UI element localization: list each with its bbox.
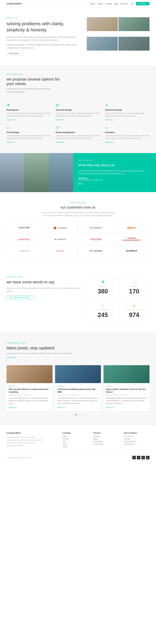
footer-col-services: Services Branding Digital World Media Pr… xyxy=(93,432,119,448)
service-link-technical[interactable]: Read more → xyxy=(56,119,66,121)
about-para1: Maecenas tum 2013. After years in the we… xyxy=(6,36,82,42)
about-heading: solving problems with clarity, simplicit… xyxy=(6,21,82,33)
blog-link-1[interactable]: Read more → xyxy=(9,407,19,408)
nav-pages[interactable]: Pages xyxy=(98,3,103,5)
dot-2[interactable] xyxy=(80,183,81,184)
stats-label: OUR SERVICES xyxy=(6,276,81,278)
nav-links: Home Pages Portfolio Blog Elements 🔍 CON… xyxy=(91,2,150,5)
team-photo-1 xyxy=(0,153,24,192)
blog-section: CORPORATE BLOG latest posts; stay update… xyxy=(0,332,156,425)
customer-logos-grid: PLAYiNG 🍓 Strawberry ✿ Stylepack BigFire… xyxy=(6,222,150,256)
footer-link-branding[interactable]: Branding xyxy=(93,436,119,437)
service-link-animation[interactable]: Read more → xyxy=(105,141,115,143)
footer-col-company: Company About Portfolio Jobs Blog Stream xyxy=(63,432,88,448)
read-more-button[interactable]: READ MORE → xyxy=(6,52,23,56)
service-link-project[interactable]: Read More → xyxy=(56,141,66,143)
blog-dot-1[interactable] xyxy=(75,414,76,416)
visit-blog-link[interactable]: Visit our blog → xyxy=(6,356,18,358)
about-section: ABOUT US solving problems with clarity, … xyxy=(0,8,156,66)
footer-link-stream[interactable]: Stream xyxy=(63,446,88,448)
footer-link-tech-notices[interactable]: Technical Notices xyxy=(124,441,150,442)
blog-desc: Lorem ipsum dolor sit amet, consectetur … xyxy=(6,352,150,355)
dot-1[interactable] xyxy=(78,183,79,184)
logo-nummer[interactable]: NUMMER xyxy=(114,245,150,256)
stat-lines-of-code: ≡ LINES OF CODES 974 xyxy=(119,300,150,322)
service-desc-visual: Lorem ipsum dolor sit amet, consectetur … xyxy=(6,134,51,140)
blog-pagination-dots xyxy=(6,414,150,416)
footer-link-portfolio[interactable]: Portfolio xyxy=(63,438,88,440)
team-photo-3 xyxy=(49,153,73,192)
blog-cards: DESIGN Rise out pick Hauus for creative … xyxy=(6,365,150,411)
logo-bigfire[interactable]: BigFire xyxy=(114,222,150,234)
logo-playing[interactable]: PLAYiNG xyxy=(6,222,42,234)
footer-col-services-title: Services xyxy=(93,432,119,434)
footer-link-jobs[interactable]: Jobs xyxy=(63,441,88,442)
customers-label: CUSTOMERS xyxy=(90,309,115,311)
service-desc-technical: Lorem ipsum dolor sit amet, consectetur … xyxy=(56,112,100,117)
service-card-project: ⏱ Project Management Lorem ipsum dolor s… xyxy=(56,126,100,143)
about-img-4 xyxy=(119,37,150,50)
service-link-interaction[interactable]: Read more → xyxy=(105,119,115,121)
logo-knockknock[interactable]: Knock Knock xyxy=(6,245,42,256)
nav-home[interactable]: Home xyxy=(91,3,95,5)
blog-dot-2[interactable] xyxy=(77,414,79,416)
logo-strawberry[interactable]: 🍓 Strawberry xyxy=(42,222,78,234)
search-icon[interactable]: 🔍 xyxy=(131,2,134,5)
social-twitter[interactable]: t xyxy=(137,456,140,459)
service-card-technical: ⚙ Technical Design Lorem ipsum dolor sit… xyxy=(56,103,100,121)
footer-link-blog[interactable]: Blog xyxy=(63,443,88,445)
logo-automaker[interactable]: AutoMaker xyxy=(42,245,78,256)
service-card-interaction: ✦ Interaction Design Lorem ipsum dolor s… xyxy=(105,103,150,121)
logo-geometric[interactable]: ⊕ Geometric xyxy=(42,234,78,245)
visual-icon: ◇ xyxy=(6,126,51,130)
testimonials-section: TESTIMONIALS what they say about us Lore… xyxy=(0,153,156,192)
blog-link-3[interactable]: Read more → xyxy=(106,407,116,408)
about-img-2 xyxy=(119,17,150,31)
services-intro-desc: Lorem dolor sit amet, consectetur adipis… xyxy=(6,87,55,93)
nav-portfolio[interactable]: Portfolio xyxy=(106,3,112,5)
footer-link-tutorials[interactable]: Tutorials xyxy=(124,438,150,440)
get-corporate-button[interactable]: GET CORPORATE LOREM → xyxy=(6,296,34,300)
footer-link-privacy[interactable]: Privacy Policy xyxy=(93,443,119,445)
logo-shapes[interactable]: SHAPES xyxy=(6,234,42,245)
blog-card-1: DESIGN Rise out pick Hauus for creative … xyxy=(6,365,52,411)
footer-top: CURSORNT Lorem ipsum dolor sit amet, con… xyxy=(6,432,150,448)
blog-title-2: Actionem consolidates global media with … xyxy=(57,388,99,394)
service-link-visual[interactable]: Read more → xyxy=(6,141,16,143)
logo-cursora[interactable]: CURSORACORPORATE IDENTITY xyxy=(114,234,150,245)
logo-poster[interactable]: POSTER xyxy=(78,234,114,245)
projects-icon: ⚗ xyxy=(90,280,115,285)
social-google-plus[interactable]: g+ xyxy=(146,456,150,459)
footer: CURSORNT Lorem ipsum dolor sit amet, con… xyxy=(0,425,156,463)
logo-stylepack[interactable]: ✿ Stylepack xyxy=(78,222,114,234)
blog-card-img-1 xyxy=(6,365,52,383)
nav-blog[interactable]: Blog xyxy=(115,3,118,5)
awards-value: 170 xyxy=(122,288,147,295)
footer-link-api[interactable]: API Reference xyxy=(124,443,150,445)
footer-col-support: Help & Support User Guides Tutorials Tec… xyxy=(124,432,150,448)
logo-nyhouse[interactable]: NY HOUSE xyxy=(78,245,114,256)
nav-elements[interactable]: Elements xyxy=(121,3,128,5)
blog-meta-1: September 5 2017 · 5 comments xyxy=(9,394,50,396)
dot-3[interactable] xyxy=(82,183,84,184)
footer-link-user-guides[interactable]: User Guides xyxy=(124,436,150,437)
customers-heading: our customers love us xyxy=(6,205,150,210)
contact-button[interactable]: CONTACT xyxy=(136,2,150,5)
awards-icon: ☆ xyxy=(122,280,147,285)
footer-link-about[interactable]: About xyxy=(63,436,88,437)
blog-meta-3: September 5 2017 · 5 comments xyxy=(106,394,147,396)
blog-link-2[interactable]: Read more → xyxy=(57,407,67,408)
footer-link-world-media[interactable]: World Media xyxy=(93,441,119,442)
lines-label: LINES OF CODES xyxy=(122,309,147,311)
service-desc-interaction: Lorem ipsum dolor sit amet, consectetur … xyxy=(105,112,150,117)
stats-description: Lorem ipsum dolor sit amet adipiscing el… xyxy=(6,286,81,293)
service-title-technical: Technical Design xyxy=(56,109,100,111)
footer-link-digital[interactable]: Digital xyxy=(93,438,119,440)
blog-text-2: Lorem ipsum dolor sit amet, consectetur … xyxy=(57,397,99,405)
blog-dot-3[interactable] xyxy=(80,414,81,416)
social-linkedin[interactable]: in xyxy=(141,456,145,459)
social-facebook[interactable]: f xyxy=(132,456,136,459)
about-label: ABOUT US xyxy=(6,17,82,19)
testimonials-content: TESTIMONIALS what they say about us Lore… xyxy=(73,153,156,192)
service-link-development[interactable]: Read more → xyxy=(6,119,16,121)
